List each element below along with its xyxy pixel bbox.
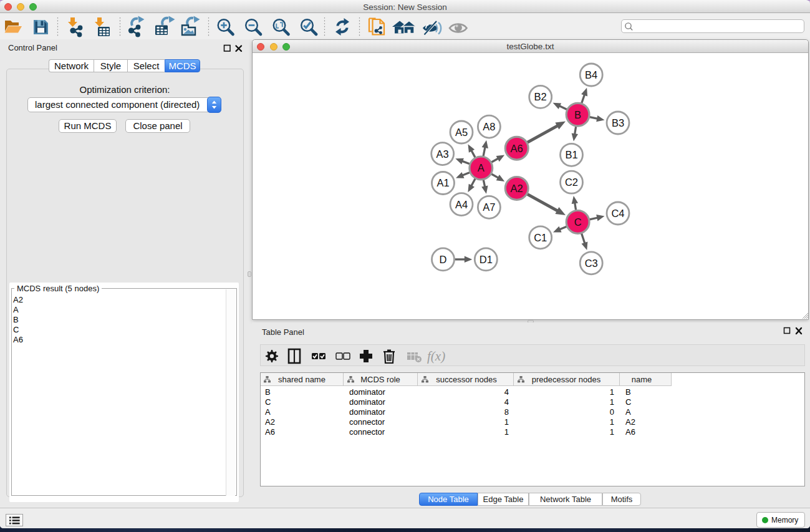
svg-text:4: 4	[504, 397, 509, 407]
svg-text:A6: A6	[625, 427, 635, 437]
svg-text:MCDS role: MCDS role	[360, 375, 400, 384]
svg-text:A7: A7	[483, 201, 495, 213]
svg-text:A6: A6	[511, 143, 523, 154]
svg-text:C1: C1	[534, 232, 547, 243]
svg-text:1: 1	[610, 387, 614, 397]
svg-text:predecessor nodes: predecessor nodes	[532, 375, 601, 384]
svg-text:1: 1	[610, 427, 614, 437]
svg-text:A: A	[625, 407, 631, 417]
svg-text:C: C	[574, 216, 582, 228]
svg-text:successor nodes: successor nodes	[436, 375, 497, 384]
svg-text:B1: B1	[565, 149, 577, 160]
svg-text:C: C	[265, 397, 271, 407]
svg-text:A1: A1	[436, 177, 449, 188]
svg-text:1: 1	[610, 417, 614, 427]
svg-text:dominator: dominator	[349, 387, 385, 397]
svg-text:dominator: dominator	[349, 397, 385, 407]
svg-text:B3: B3	[612, 117, 624, 128]
svg-text:A: A	[478, 162, 485, 173]
svg-text:C: C	[625, 397, 631, 407]
svg-text:B4: B4	[585, 69, 597, 80]
svg-text:1: 1	[504, 427, 509, 437]
svg-text:A2: A2	[511, 183, 523, 194]
svg-text:A6: A6	[265, 427, 275, 437]
svg-text:f(x): f(x)	[427, 349, 445, 364]
svg-text:connector: connector	[349, 427, 385, 437]
svg-text:A4: A4	[455, 199, 468, 210]
svg-text:C2: C2	[565, 177, 578, 188]
svg-text:A: A	[265, 407, 271, 417]
svg-text:D1: D1	[480, 254, 493, 265]
svg-text:A3: A3	[436, 148, 449, 160]
svg-text:A8: A8	[483, 121, 495, 132]
svg-text:B: B	[625, 387, 631, 397]
svg-text:C3: C3	[585, 258, 598, 269]
svg-text:0: 0	[610, 407, 614, 417]
svg-text:8: 8	[504, 407, 509, 417]
svg-text:D: D	[440, 254, 447, 265]
svg-text:dominator: dominator	[349, 407, 385, 417]
svg-text:shared name: shared name	[278, 375, 325, 384]
svg-text:A5: A5	[455, 127, 468, 138]
svg-text:B: B	[574, 109, 581, 120]
svg-text:name: name	[632, 375, 652, 384]
svg-text:A2: A2	[625, 417, 635, 427]
svg-text:1: 1	[610, 397, 614, 407]
svg-text:1: 1	[504, 417, 509, 427]
svg-text:C4: C4	[611, 208, 624, 219]
svg-text:connector: connector	[349, 417, 385, 427]
svg-text:B2: B2	[534, 91, 547, 102]
svg-text:4: 4	[504, 387, 509, 397]
svg-text:A2: A2	[265, 417, 275, 427]
svg-text:B: B	[265, 387, 271, 397]
